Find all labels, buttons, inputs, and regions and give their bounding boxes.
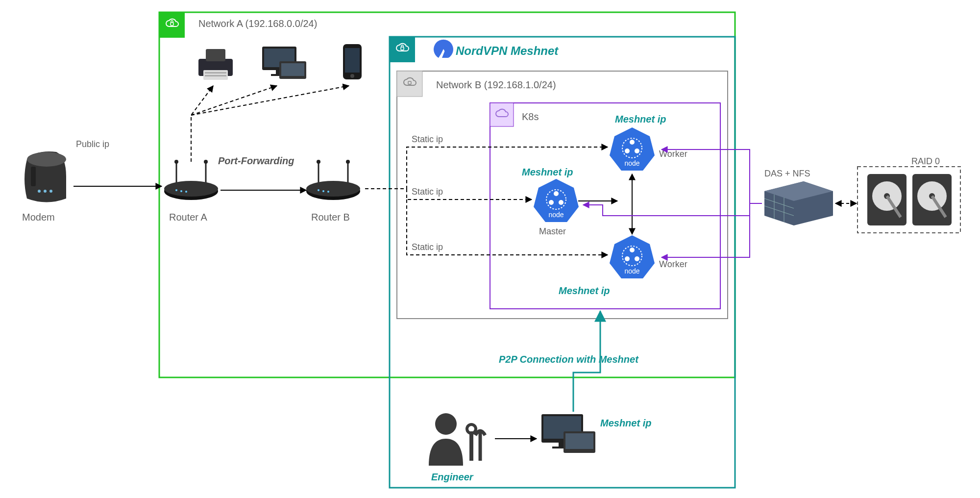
svg-text:node: node bbox=[548, 211, 564, 219]
svg-point-23 bbox=[180, 190, 182, 192]
svg-rect-4 bbox=[390, 37, 415, 62]
worker1-label: Worker bbox=[659, 149, 687, 159]
public-ip-label: Public ip bbox=[76, 139, 109, 149]
k8s-worker2-node: node bbox=[610, 235, 655, 278]
svg-point-47 bbox=[350, 74, 354, 78]
meshnet-ip-master: Meshnet ip bbox=[522, 167, 573, 177]
desktop-icon bbox=[262, 47, 306, 79]
k8s-title: K8s bbox=[522, 111, 539, 122]
static-ip-3: Static ip bbox=[412, 242, 443, 252]
svg-point-31 bbox=[318, 189, 319, 191]
svg-point-51 bbox=[549, 200, 554, 205]
svg-point-11 bbox=[27, 152, 66, 167]
edge-to-desktop bbox=[191, 86, 277, 115]
disk-icon bbox=[912, 174, 952, 225]
svg-rect-1 bbox=[159, 12, 185, 38]
svg-point-58 bbox=[635, 149, 639, 153]
edge-to-phone bbox=[191, 86, 349, 115]
svg-point-14 bbox=[44, 190, 47, 193]
k8s-worker1-node: node bbox=[610, 127, 655, 171]
meshnet-ip-eng: Meshnet ip bbox=[600, 418, 651, 428]
svg-point-30 bbox=[306, 181, 360, 197]
svg-point-27 bbox=[317, 160, 320, 164]
disk-icon bbox=[867, 174, 906, 225]
workstation-icon bbox=[541, 414, 595, 453]
svg-point-56 bbox=[630, 140, 635, 145]
router-b-label: Router B bbox=[311, 212, 350, 223]
svg-rect-10 bbox=[490, 103, 514, 126]
svg-point-33 bbox=[327, 191, 329, 193]
phone-icon bbox=[343, 44, 362, 79]
svg-point-24 bbox=[185, 191, 187, 193]
svg-rect-46 bbox=[345, 48, 360, 73]
svg-point-21 bbox=[164, 181, 218, 197]
svg-point-62 bbox=[630, 248, 635, 252]
meshnet-ip-w1: Meshnet ip bbox=[615, 114, 666, 124]
engineer-label: Engineer bbox=[431, 472, 474, 482]
p2p-label: P2P Connection with Meshnet bbox=[499, 354, 639, 365]
network-a-box: Network A (192.168.0.0/24) bbox=[159, 12, 735, 377]
edge-to-printer bbox=[191, 86, 213, 162]
svg-rect-35 bbox=[206, 49, 225, 61]
master-label: Master bbox=[539, 226, 566, 236]
svg-point-52 bbox=[559, 200, 564, 205]
worker2-label: Worker bbox=[659, 259, 687, 269]
svg-rect-87 bbox=[565, 433, 593, 449]
nordvpn-icon bbox=[434, 40, 453, 58]
meshnet-title: NordVPN Meshnet bbox=[456, 44, 559, 57]
svg-text:node: node bbox=[624, 267, 639, 275]
storage-icon bbox=[764, 181, 833, 225]
svg-point-28 bbox=[346, 160, 350, 164]
das-nfs-label: DAS + NFS bbox=[764, 169, 810, 178]
svg-rect-44 bbox=[281, 63, 304, 76]
svg-rect-7 bbox=[397, 71, 422, 97]
svg-point-22 bbox=[175, 189, 177, 191]
svg-rect-80 bbox=[469, 431, 473, 461]
static-ip-2: Static ip bbox=[412, 187, 443, 197]
raid-box: RAID 0 bbox=[858, 156, 960, 233]
network-b-title: Network B (192.168.1.0/24) bbox=[436, 79, 556, 90]
svg-point-50 bbox=[554, 191, 559, 196]
svg-point-63 bbox=[625, 256, 630, 261]
raid-label: RAID 0 bbox=[911, 156, 940, 166]
svg-point-57 bbox=[625, 149, 630, 153]
svg-rect-9 bbox=[490, 103, 720, 309]
svg-point-13 bbox=[38, 190, 41, 193]
router-a-icon bbox=[164, 160, 218, 200]
engineer-icon bbox=[429, 413, 485, 466]
modem-icon bbox=[24, 151, 66, 202]
static-ip-1: Static ip bbox=[412, 134, 443, 144]
printer-icon bbox=[198, 49, 233, 80]
svg-point-64 bbox=[635, 256, 639, 261]
modem-label: Modem bbox=[22, 212, 55, 223]
edge-nfs-w2 bbox=[662, 203, 750, 257]
svg-rect-38 bbox=[205, 75, 226, 76]
svg-rect-37 bbox=[205, 72, 226, 74]
router-a-label: Router A bbox=[169, 212, 207, 223]
svg-rect-0 bbox=[159, 12, 735, 377]
svg-point-19 bbox=[204, 160, 208, 164]
svg-point-32 bbox=[322, 190, 324, 192]
port-forwarding-label: Port-Forwarding bbox=[218, 155, 294, 166]
network-a-title: Network A (192.168.0.0/24) bbox=[198, 18, 317, 29]
svg-text:node: node bbox=[624, 159, 639, 167]
svg-point-79 bbox=[435, 413, 457, 435]
svg-point-18 bbox=[174, 160, 178, 164]
svg-rect-12 bbox=[31, 167, 36, 186]
svg-point-15 bbox=[49, 190, 52, 193]
meshnet-ip-w2: Meshnet ip bbox=[559, 285, 610, 296]
k8s-box: K8s bbox=[490, 103, 720, 309]
svg-point-81 bbox=[467, 424, 476, 433]
k8s-master-node: node bbox=[534, 179, 579, 222]
router-b-icon bbox=[306, 160, 360, 200]
